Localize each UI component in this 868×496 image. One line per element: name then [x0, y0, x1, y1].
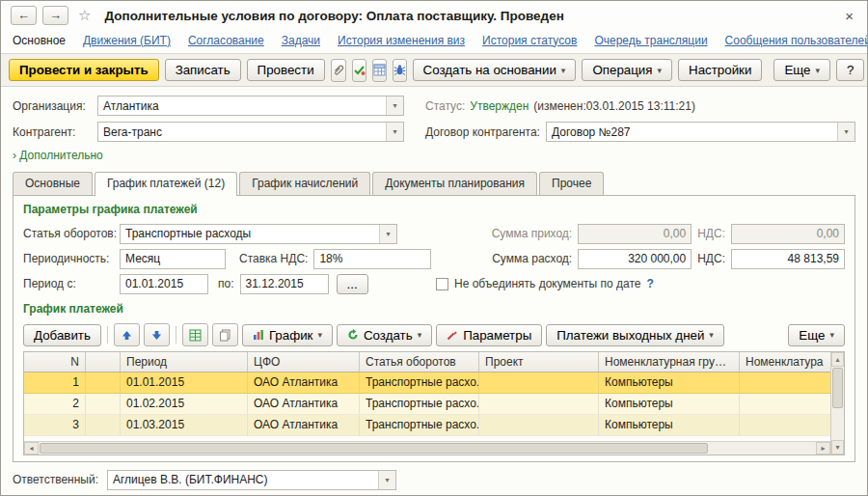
column-header-nomenclature[interactable]: Номенклатура [740, 352, 830, 372]
horizontal-scrollbar[interactable]: ◂ ▸ [24, 441, 830, 455]
choose-icon[interactable]: ▾ [837, 123, 854, 141]
cell-nomenclature[interactable] [740, 372, 830, 394]
move-down-button[interactable] [144, 323, 170, 346]
tab-accrual-schedule[interactable]: График начислений [239, 172, 370, 195]
additional-expander[interactable]: › Дополнительно [13, 149, 103, 162]
cell-nom-group[interactable]: Компьютеры [599, 372, 740, 394]
cell-turnover-item[interactable]: Транспортные расхо... [360, 394, 479, 415]
horizontal-scroll-thumb[interactable] [40, 443, 708, 454]
tab-planning-documents[interactable]: Документы планирования [372, 172, 537, 195]
cell-marker[interactable] [86, 415, 121, 436]
attachments-button[interactable] [331, 59, 346, 82]
schedule-more-button[interactable]: Еще ▾ [788, 324, 845, 346]
cell-nomenclature[interactable] [740, 394, 830, 415]
table-row[interactable]: 3 01.03.2015 ОАО Атлантика Транспортные … [24, 415, 830, 436]
cell-cfo[interactable]: ОАО Атлантика [248, 415, 360, 436]
add-row-button[interactable]: Добавить [23, 324, 101, 346]
column-header-n[interactable]: N [24, 352, 86, 372]
status-link[interactable]: Утвержден [470, 99, 529, 113]
cell-cfo[interactable]: ОАО Атлантика [248, 394, 360, 415]
scroll-right-icon[interactable]: ▸ [816, 442, 830, 455]
scroll-up-icon[interactable]: ▴ [831, 352, 844, 367]
vertical-scroll-thumb[interactable] [832, 368, 843, 408]
expense-vat-field[interactable]: 48 813,59 [731, 249, 845, 269]
debug-button[interactable] [393, 59, 407, 82]
operation-button[interactable]: Операция ▾ [582, 59, 672, 81]
post-button[interactable]: Провести [247, 59, 325, 81]
create-on-basis-button[interactable]: Создать на основании ▾ [413, 59, 577, 81]
cell-turnover-item[interactable]: Транспортные расхо... [360, 415, 479, 436]
choose-icon[interactable]: ▾ [386, 96, 403, 115]
turnover-item-field[interactable]: Транспортные расходы ▾ [120, 224, 397, 244]
period-from-field[interactable]: 01.01.2015 [120, 274, 208, 294]
contract-field[interactable]: Договор №287 ▾ [546, 122, 855, 142]
scroll-left-icon[interactable]: ◂ [24, 442, 39, 455]
cell-n[interactable]: 2 [24, 394, 86, 415]
back-button[interactable]: ← [11, 6, 37, 25]
period-ellipsis-button[interactable]: ... [337, 274, 368, 294]
nav-item-user-messages[interactable]: Сообщения пользователей [725, 34, 868, 47]
vat-rate-field[interactable]: 18% [313, 249, 431, 269]
nav-item-movements[interactable]: Движения (БИТ) [83, 34, 171, 47]
cell-project[interactable] [479, 415, 599, 436]
settings-button[interactable]: Настройки [678, 59, 762, 81]
move-up-button[interactable] [114, 323, 140, 346]
choose-icon[interactable]: ▾ [386, 123, 403, 141]
write-button[interactable]: Записать [165, 59, 241, 81]
column-header-turnover-item[interactable]: Статья оборотов [360, 352, 479, 372]
favorite-star-icon[interactable]: ☆ [78, 7, 91, 24]
cell-turnover-item[interactable]: Транспортные расхо... [360, 372, 479, 394]
choose-icon[interactable]: ▾ [379, 225, 396, 243]
cell-nom-group[interactable]: Компьютеры [599, 394, 740, 415]
cell-period[interactable]: 01.02.2015 [121, 394, 248, 415]
table-row[interactable]: 2 01.02.2015 ОАО Атлантика Транспортные … [24, 394, 830, 415]
responsible-field[interactable]: Аглицев В.В. (БИТ.ФИНАНС) ▾ [107, 470, 396, 490]
periodicity-field[interactable]: Месяц [120, 249, 226, 269]
create-button[interactable]: Создать ▾ [337, 324, 432, 346]
cell-cfo[interactable]: ОАО Атлантика [248, 372, 360, 394]
nav-item-visa-history[interactable]: История изменения виз [338, 34, 465, 47]
scroll-down-icon[interactable]: ▾ [831, 440, 844, 455]
table-row[interactable]: 1 01.01.2015 ОАО Атлантика Транспортные … [24, 372, 830, 394]
structure-button[interactable] [372, 59, 387, 82]
vertical-scroll-track[interactable] [831, 367, 844, 440]
nav-item-main[interactable]: Основное [13, 34, 66, 47]
contractor-field[interactable]: Вега-транс ▾ [97, 122, 404, 142]
column-header-project[interactable]: Проект [479, 352, 599, 372]
nav-item-tasks[interactable]: Задачи [282, 34, 320, 47]
column-header-nom-group[interactable]: Номенклатурная гру… [599, 352, 740, 372]
checkbox-help-link[interactable]: ? [647, 277, 654, 290]
tab-other[interactable]: Прочее [539, 172, 604, 195]
forward-button[interactable]: → [42, 6, 68, 25]
choose-icon[interactable]: ▾ [378, 471, 395, 489]
post-and-close-button[interactable]: Провести и закрыть [9, 59, 159, 81]
fill-values-button[interactable] [182, 323, 208, 346]
column-header-period[interactable]: Период [121, 352, 248, 372]
visa-approval-button[interactable] [352, 59, 366, 82]
organization-field[interactable]: Атлантика ▾ [97, 96, 404, 116]
cell-nom-group[interactable]: Компьютеры [599, 415, 740, 436]
expense-sum-field[interactable]: 320 000,00 [578, 249, 692, 269]
column-header-cfo[interactable]: ЦФО [248, 352, 360, 372]
nav-item-status-history[interactable]: История статусов [482, 34, 577, 47]
copy-row-button[interactable] [212, 323, 238, 346]
cell-nomenclature[interactable] [740, 415, 830, 436]
tab-payment-schedule[interactable]: График платежей (12) [95, 172, 237, 196]
cell-marker[interactable] [86, 372, 121, 394]
nav-item-approval[interactable]: Согласование [188, 34, 264, 47]
cell-n[interactable]: 3 [24, 415, 86, 436]
parameters-button[interactable]: Параметры [436, 324, 542, 346]
cell-n[interactable]: 1 [24, 372, 86, 394]
cell-period[interactable]: 01.01.2015 [121, 372, 248, 394]
tab-main[interactable]: Основные [13, 172, 93, 195]
cell-project[interactable] [479, 372, 599, 394]
no-group-by-date-checkbox[interactable] [436, 278, 448, 290]
column-header-marker[interactable] [86, 352, 121, 372]
weekend-payments-button[interactable]: Платежи выходных дней ▾ [546, 324, 724, 346]
nav-item-broadcast-queue[interactable]: Очередь трансляции [594, 34, 707, 47]
cell-period[interactable]: 01.03.2015 [121, 415, 248, 436]
help-button[interactable]: ? [836, 59, 864, 81]
chart-button[interactable]: График ▾ [242, 324, 333, 346]
period-to-field[interactable]: 31.12.2015 [240, 274, 329, 294]
close-icon[interactable]: × [841, 8, 857, 24]
